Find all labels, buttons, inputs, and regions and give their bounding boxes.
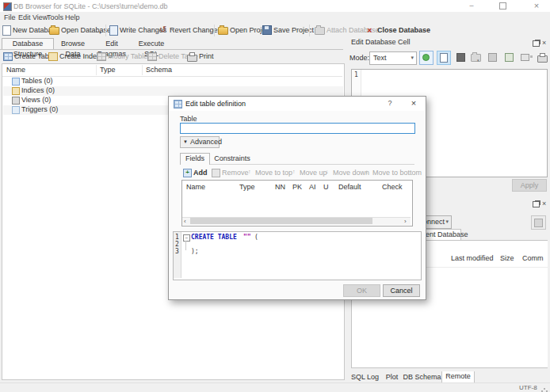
move-bottom-icon: ↓ bbox=[365, 169, 369, 174]
views-icon bbox=[12, 97, 20, 105]
remote-refresh-icon bbox=[534, 219, 543, 227]
tree-header: Name Type Schema bbox=[2, 64, 342, 77]
text-mode-icon bbox=[440, 53, 448, 63]
tab-database-structure[interactable]: Database Structure bbox=[2, 38, 54, 49]
fields-col-pk[interactable]: PK bbox=[292, 183, 302, 191]
fields-hscrollbar[interactable]: ‹ › bbox=[182, 217, 411, 225]
line-number: 1 bbox=[354, 71, 358, 78]
edit-cell-dock-title: Edit Database Cell bbox=[351, 38, 411, 46]
import-file-button[interactable]: ▾ bbox=[469, 51, 482, 63]
open-in-app-button[interactable] bbox=[486, 51, 498, 63]
null-button[interactable] bbox=[454, 51, 467, 63]
col-last-modified[interactable]: Last modified bbox=[451, 254, 494, 262]
sql-paren: ( bbox=[254, 234, 258, 241]
fields-col-check[interactable]: Check bbox=[382, 183, 403, 191]
remote-refresh-button[interactable] bbox=[531, 215, 546, 230]
dropdown-icon: ▾ bbox=[99, 30, 101, 35]
cell-print-icon bbox=[537, 55, 548, 63]
text-mode-button[interactable] bbox=[437, 51, 451, 65]
toolbar-separator bbox=[214, 25, 215, 36]
revert-changes-icon: ↺ bbox=[159, 25, 166, 34]
mode-select[interactable]: Text ▾ bbox=[369, 51, 417, 65]
cancel-button[interactable]: Cancel bbox=[383, 284, 420, 297]
cell-print-button[interactable] bbox=[536, 51, 548, 63]
tree-item-indices[interactable]: Indices (0) bbox=[3, 86, 343, 96]
fold-guide bbox=[185, 241, 186, 250]
fields-col-nn[interactable]: NN bbox=[275, 183, 285, 191]
edit-table-dialog: Edit table definition ? × Table ▼ Advanc… bbox=[168, 96, 426, 300]
tab-execute-sql[interactable]: Execute SQL bbox=[132, 39, 171, 49]
toolbar-separator bbox=[309, 25, 310, 36]
tree-col-type[interactable]: Type bbox=[100, 66, 116, 74]
app-window: DB Browser for SQLite - C:\Users\turne\d… bbox=[0, 0, 550, 392]
scroll-thumb[interactable] bbox=[190, 218, 372, 224]
move-down-icon: ↓ bbox=[326, 169, 329, 174]
tab-db-schema[interactable]: DB Schema bbox=[403, 372, 441, 382]
scroll-left-icon[interactable]: ‹ bbox=[184, 218, 186, 225]
sql-string: "" bbox=[243, 234, 251, 241]
identity-value: onnect bbox=[423, 218, 445, 226]
sql-close-line: ); bbox=[191, 248, 199, 255]
dock-close-icon[interactable]: × bbox=[542, 39, 546, 48]
minimize-icon: – bbox=[469, 2, 473, 10]
col-size[interactable]: Size bbox=[500, 254, 514, 262]
auto-mode-toggle[interactable] bbox=[419, 51, 434, 65]
close-icon: × bbox=[534, 1, 539, 10]
close-database-icon: × bbox=[367, 26, 372, 34]
sql-preview: 1 2 3 − CREATE TABLE "" ( ); bbox=[173, 231, 422, 280]
menu-help[interactable]: Help bbox=[65, 13, 80, 21]
col-commit[interactable]: Comm bbox=[522, 254, 544, 262]
mode-label: Mode: bbox=[349, 54, 369, 62]
fields-col-default[interactable]: Default bbox=[338, 183, 361, 191]
tree-item-tables[interactable]: Tables (0) bbox=[3, 77, 343, 86]
apply-button[interactable]: Apply bbox=[512, 179, 547, 192]
title-bar: DB Browser for SQLite - C:\Users\turne\d… bbox=[0, 0, 550, 12]
tree-col-name[interactable]: Name bbox=[6, 66, 25, 74]
fold-icon[interactable]: − bbox=[183, 234, 190, 242]
maximize-button[interactable] bbox=[495, 0, 510, 12]
create-index-icon bbox=[48, 52, 58, 61]
advanced-arrow-icon: ▼ bbox=[183, 139, 188, 144]
dialog-tab-fields[interactable]: Fields bbox=[180, 153, 210, 165]
open-database-dropdown[interactable]: ▾ bbox=[99, 29, 101, 35]
dock2-close-icon[interactable]: × bbox=[542, 200, 546, 208]
sql-gutter: 1 2 3 bbox=[174, 232, 181, 278]
scroll-right-icon[interactable]: › bbox=[404, 218, 407, 225]
menu-file[interactable]: File bbox=[4, 13, 16, 21]
close-window-button[interactable]: × bbox=[529, 0, 544, 12]
fullscreen-button[interactable] bbox=[518, 51, 531, 63]
null-icon bbox=[456, 53, 465, 62]
dialog-icon bbox=[174, 100, 182, 108]
fields-col-type[interactable]: Type bbox=[239, 183, 255, 191]
move-top-icon: ↑ bbox=[248, 169, 251, 174]
fields-col-u[interactable]: U bbox=[323, 183, 329, 191]
tab-sql-log[interactable]: SQL Log bbox=[349, 372, 381, 382]
remove-icon bbox=[212, 169, 220, 177]
open-in-app-icon bbox=[488, 53, 497, 62]
fields-col-name[interactable]: Name bbox=[186, 183, 205, 191]
status-bar: UTF-8 bbox=[0, 382, 550, 392]
menu-edit[interactable]: Edit bbox=[18, 13, 31, 21]
overflow-icon[interactable] bbox=[530, 55, 533, 58]
ok-button[interactable]: OK bbox=[343, 284, 380, 297]
export-file-button[interactable] bbox=[502, 51, 515, 63]
advanced-button[interactable]: ▼ Advanced bbox=[180, 136, 220, 148]
sql-keyword: CREATE TABLE bbox=[191, 234, 237, 241]
tab-plot[interactable]: Plot bbox=[381, 372, 403, 382]
export-file-icon bbox=[505, 53, 514, 62]
dialog-tab-constraints[interactable]: Constraints bbox=[210, 154, 254, 164]
menu-view[interactable]: View bbox=[32, 13, 48, 21]
table-name-input[interactable] bbox=[180, 123, 415, 134]
fields-col-ai[interactable]: AI bbox=[309, 183, 316, 191]
tree-col-schema[interactable]: Schema bbox=[146, 66, 172, 74]
minimize-button[interactable]: – bbox=[464, 0, 479, 12]
tab-remote[interactable]: Remote bbox=[441, 371, 475, 383]
dock-float-icon[interactable] bbox=[533, 40, 540, 47]
resize-grip[interactable] bbox=[544, 388, 545, 390]
menu-tools[interactable]: Tools bbox=[47, 13, 63, 21]
tab-browse-data[interactable]: Browse Data bbox=[54, 39, 92, 49]
tab-edit-pragmas[interactable]: Edit Pragmas bbox=[92, 39, 132, 49]
dialog-help-button[interactable]: ? bbox=[384, 99, 395, 109]
dock2-float-icon[interactable] bbox=[533, 201, 540, 207]
dialog-close-button[interactable]: × bbox=[408, 98, 419, 108]
